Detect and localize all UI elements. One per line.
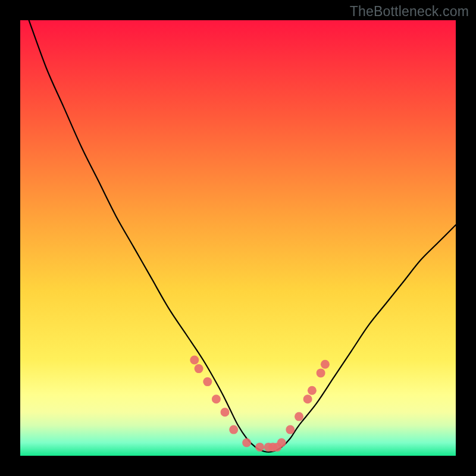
marker-dot: [277, 439, 286, 447]
marker-dot: [195, 364, 203, 373]
marker-dot: [321, 360, 330, 369]
marker-dot: [308, 386, 317, 395]
marker-dot: [190, 356, 199, 365]
marker-dot: [295, 412, 303, 421]
gradient-background: [20, 20, 456, 456]
marker-dot: [229, 425, 238, 434]
chart-area: [20, 20, 456, 456]
marker-dot: [212, 394, 221, 403]
chart-svg: [20, 20, 456, 456]
chart-container: TheBottleneck.com: [0, 0, 476, 476]
marker-dot: [221, 408, 230, 416]
watermark-text: TheBottleneck.com: [350, 4, 469, 20]
marker-dot: [303, 394, 312, 403]
marker-dot: [317, 368, 325, 377]
marker-dot: [255, 443, 264, 452]
marker-dot: [242, 439, 251, 447]
marker-dot: [286, 425, 295, 434]
marker-dot: [203, 377, 212, 386]
